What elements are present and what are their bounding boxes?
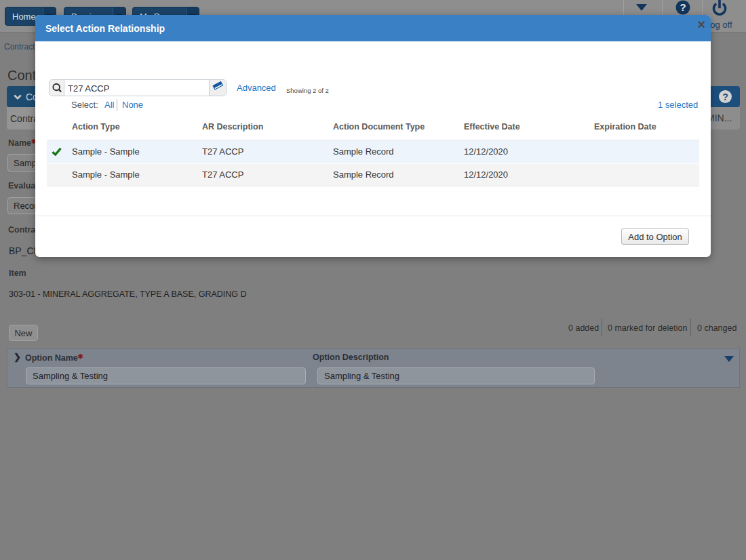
- svg-text:?: ?: [680, 1, 686, 13]
- svg-text:?: ?: [722, 92, 728, 102]
